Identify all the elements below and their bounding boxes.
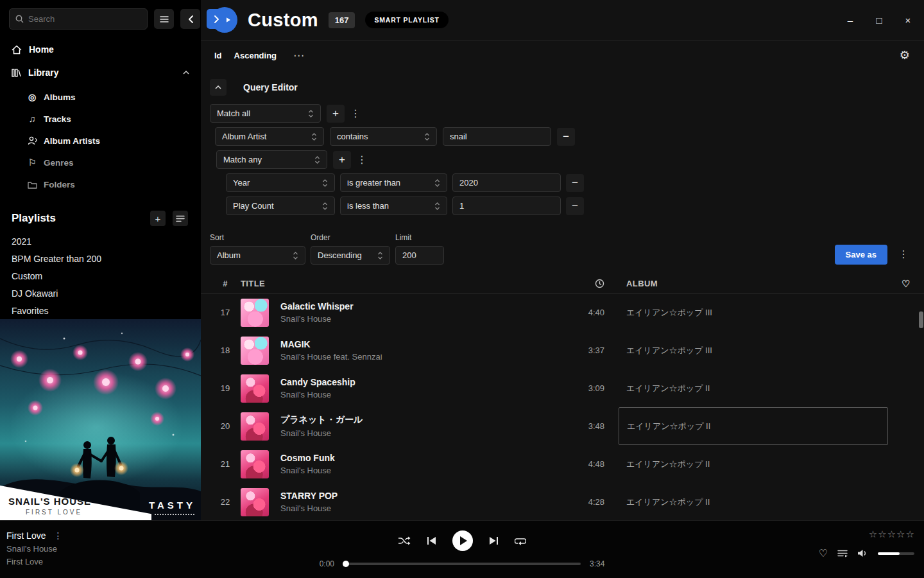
table-row[interactable]: 20 プラネット・ガール Snail's House 3:48 エイリアン☆ポッ… (201, 407, 924, 445)
select-spinner-icon (322, 178, 328, 188)
limit-input[interactable] (402, 250, 437, 260)
group-options-button[interactable]: ⋮ (357, 153, 366, 166)
add-rule-button[interactable]: + (327, 105, 345, 123)
track-thumbnail[interactable] (241, 488, 269, 516)
group-options-button[interactable]: ⋮ (350, 107, 359, 119)
repeat-button[interactable] (515, 536, 526, 546)
sidebar-item-albums[interactable]: ◎ Albums (0, 86, 201, 108)
column-album[interactable]: ALBUM (619, 279, 888, 288)
playlist-item[interactable]: 2021 (0, 232, 201, 250)
playlist-item[interactable]: DJ Okawari (0, 285, 201, 302)
rule-operator-select[interactable]: is greater than (340, 173, 447, 192)
rule-operator-select[interactable]: is less than (340, 197, 447, 215)
now-playing-artist[interactable]: Snail's House (6, 544, 62, 554)
save-as-button[interactable]: Save as (835, 245, 887, 265)
gear-icon[interactable]: ⚙ (900, 48, 910, 62)
search-box[interactable] (9, 8, 148, 30)
sidebar-item-album-artists[interactable]: Album Artists (0, 130, 201, 152)
seek-slider[interactable] (343, 563, 581, 565)
playlist-header: Custom 167 SMART PLAYLIST – □ × (201, 0, 924, 40)
sidebar-item-folders[interactable]: Folders (0, 173, 201, 195)
minimize-button[interactable]: – (844, 15, 856, 26)
remove-rule-button[interactable]: − (566, 174, 584, 192)
play-pause-button[interactable] (452, 530, 473, 551)
table-row[interactable]: 17 Galactic Whisper Snail's House 4:40 エ… (201, 293, 924, 331)
rule-value-field[interactable] (443, 127, 551, 146)
order-select[interactable]: Descending (311, 246, 390, 265)
table-row[interactable]: 18 MAGIK Snail's House feat. Sennzai 3:3… (201, 331, 924, 369)
playlist-item[interactable]: BPM Greater than 200 (0, 250, 201, 267)
rule-field-select[interactable]: Album Artist (215, 127, 324, 146)
track-thumbnail[interactable] (241, 412, 269, 441)
add-playlist-button[interactable]: + (150, 211, 166, 226)
rule-operator-select[interactable]: contains (330, 127, 437, 146)
track-thumbnail[interactable] (241, 374, 269, 403)
rule-value-field[interactable] (452, 197, 561, 215)
seek-knob[interactable] (343, 561, 349, 567)
shuffle-button[interactable] (398, 536, 411, 545)
nav-forward-button[interactable] (207, 9, 227, 29)
favorite-column-heart-icon[interactable]: ♡ (902, 278, 911, 290)
previous-track-button[interactable] (427, 536, 436, 545)
playlist-item[interactable]: Favorites (0, 302, 201, 319)
close-button[interactable]: × (902, 15, 914, 26)
volume-icon[interactable] (857, 549, 868, 557)
track-thumbnail[interactable] (241, 337, 269, 365)
remove-rule-button[interactable]: − (566, 197, 584, 215)
star-icon[interactable]: ☆ (887, 529, 896, 540)
collapse-query-editor-button[interactable] (210, 79, 227, 96)
remove-rule-button[interactable]: − (557, 128, 575, 146)
rule-field-select[interactable]: Year (226, 173, 335, 192)
rule-value-input[interactable] (450, 132, 544, 141)
now-playing-title[interactable]: First Love (6, 530, 46, 541)
chevron-up-icon[interactable] (183, 71, 189, 74)
sort-select[interactable]: Album (210, 246, 305, 265)
favorite-heart-icon[interactable]: ♡ (819, 547, 828, 559)
table-row[interactable]: 22 STARRY POP Snail's House 4:28 エイリアン☆ポ… (201, 483, 924, 520)
sort-direction-button[interactable]: Ascending (234, 51, 277, 60)
now-playing-options-button[interactable]: ⋮ (53, 530, 62, 541)
queue-icon[interactable] (837, 550, 848, 557)
more-options-button[interactable]: ⋯ (293, 49, 304, 62)
table-row[interactable]: 21 Cosmo Funk Snail's House 4:48 エイリアン☆ポ… (201, 445, 924, 483)
save-options-button[interactable]: ⋮ (898, 248, 907, 260)
rule-value-input[interactable] (459, 201, 554, 211)
sidebar-item-tracks[interactable]: ♫ Tracks (0, 108, 201, 130)
limit-field[interactable] (395, 246, 444, 265)
now-playing-album[interactable]: First Love (6, 557, 62, 566)
match-type-select[interactable]: Match all (210, 104, 321, 123)
menu-button[interactable] (154, 9, 174, 29)
rating-stars: ☆ ☆ ☆ ☆ ☆ (869, 529, 914, 540)
star-icon[interactable]: ☆ (869, 529, 877, 540)
duration-column-clock-icon[interactable] (595, 279, 619, 288)
star-icon[interactable]: ☆ (906, 529, 914, 540)
rule-value-field[interactable] (452, 173, 561, 192)
star-icon[interactable]: ☆ (878, 529, 886, 540)
rule-field-select[interactable]: Play Count (226, 197, 335, 215)
sidebar-item-genres[interactable]: ⚐ Genres (0, 152, 201, 173)
rule-value-input[interactable] (459, 178, 554, 188)
table-row[interactable]: 19 Candy Spaceship Snail's House 3:09 エイ… (201, 369, 924, 407)
sidebar-item-home[interactable]: Home (0, 38, 201, 61)
maximize-button[interactable]: □ (873, 15, 885, 26)
column-number[interactable]: # (223, 279, 228, 288)
sidebar-item-library[interactable]: Library (0, 61, 201, 84)
now-playing-artwork[interactable]: SNAIL'S HOUSE FIRST LOVE TASTY (0, 319, 201, 520)
star-icon[interactable]: ☆ (896, 529, 905, 540)
sort-field-button[interactable]: Id (214, 51, 222, 60)
sidebar-topbar (0, 0, 201, 38)
playlist-list-button[interactable] (173, 211, 188, 226)
playlist-item[interactable]: Custom (0, 267, 201, 285)
track-thumbnail[interactable] (241, 450, 269, 478)
next-track-button[interactable] (489, 536, 499, 545)
track-thumbnail[interactable] (241, 299, 269, 327)
scrollbar-track[interactable] (918, 274, 924, 520)
add-rule-button[interactable]: + (333, 151, 351, 169)
track-album-focused[interactable]: エイリアン☆ポップ II (619, 407, 888, 445)
volume-slider[interactable] (878, 552, 914, 555)
scrollbar-thumb[interactable] (919, 311, 923, 328)
search-input[interactable] (28, 14, 141, 24)
match-type-select[interactable]: Match any (216, 150, 327, 169)
nav-back-button[interactable] (180, 9, 200, 29)
column-title[interactable]: TITLE (241, 279, 574, 288)
